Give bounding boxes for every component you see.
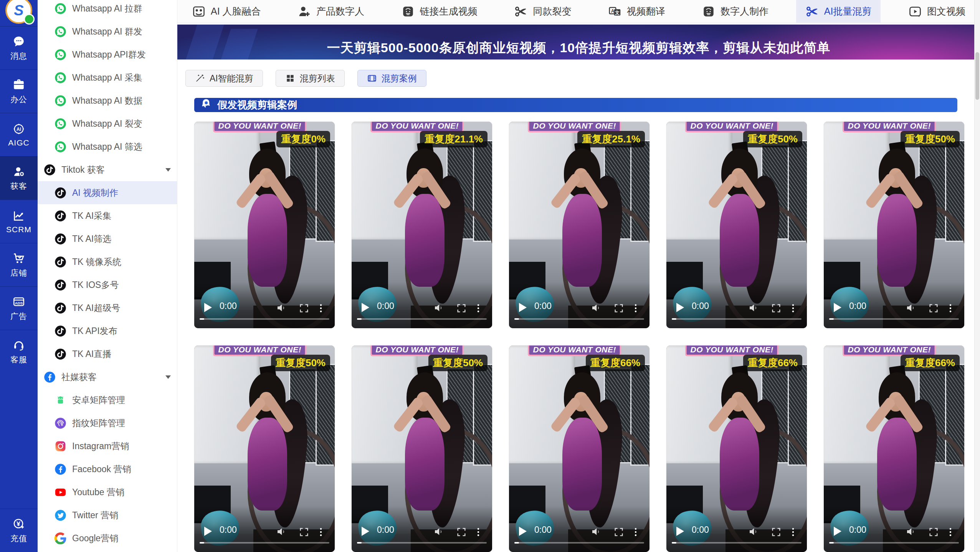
volume-icon[interactable] xyxy=(748,526,759,537)
sidebar-item-tk-ai-collect[interactable]: TK AI采集 xyxy=(38,204,177,227)
more-options-icon[interactable] xyxy=(473,527,484,537)
more-options-icon[interactable] xyxy=(788,527,798,537)
fullscreen-icon[interactable] xyxy=(299,527,309,537)
sidebar-item-ai-video-production[interactable]: AI 视频制作 xyxy=(38,181,177,204)
fullscreen-icon[interactable] xyxy=(456,527,467,537)
video-card[interactable]: DO YOU WANT ONE! 重复度66% 0:00 xyxy=(666,345,807,552)
play-button-icon[interactable] xyxy=(204,527,212,536)
tab-same-style-fission[interactable]: 同款裂变 xyxy=(505,0,580,23)
mix-cut-list-button[interactable]: 混剪列表 xyxy=(276,70,345,87)
sidebar-item-whatsapp-ai-bulk-send[interactable]: Whatsapp AI 群发 xyxy=(38,20,177,43)
volume-icon[interactable] xyxy=(433,302,445,314)
ai-smart-mix-cut-button[interactable]: AI智能混剪 xyxy=(185,70,263,87)
video-card[interactable]: DO YOU WANT ONE! 重复度50% 0:00 xyxy=(666,122,807,328)
sidebar-item-twitter-marketing[interactable]: Twitter 营销 xyxy=(38,504,177,527)
tab-link-to-video[interactable]: 链接生成视频 xyxy=(392,0,487,23)
app-logo[interactable]: S xyxy=(0,0,38,26)
rail-item-aigc[interactable]: AI AIGC xyxy=(0,113,38,156)
rail-item-service[interactable]: 客服 xyxy=(0,330,38,373)
play-button-icon[interactable] xyxy=(362,527,369,536)
progress-bar[interactable] xyxy=(200,542,329,544)
progress-bar[interactable] xyxy=(357,542,487,544)
video-card[interactable]: DO YOU WANT ONE! 重复度66% 0:00 xyxy=(509,345,649,552)
volume-icon[interactable] xyxy=(748,302,759,314)
fullscreen-icon[interactable] xyxy=(928,303,939,314)
video-card[interactable]: DO YOU WANT ONE! 重复度50% 0:00 xyxy=(824,122,964,328)
play-button-icon[interactable] xyxy=(519,303,527,312)
play-button-icon[interactable] xyxy=(676,527,684,536)
progress-bar[interactable] xyxy=(829,318,959,320)
volume-icon[interactable] xyxy=(905,302,917,314)
more-options-icon[interactable] xyxy=(788,303,798,314)
play-button-icon[interactable] xyxy=(204,303,212,312)
fullscreen-icon[interactable] xyxy=(771,527,782,537)
sidebar-item-youtube-marketing[interactable]: Youtube 营销 xyxy=(38,481,177,504)
sidebar-item-tk-ai-filter[interactable]: TK AI筛选 xyxy=(38,227,177,250)
volume-icon[interactable] xyxy=(590,526,602,537)
volume-icon[interactable] xyxy=(276,302,287,314)
sidebar-item-tk-mirror-system[interactable]: TK 镜像系统 xyxy=(38,250,177,273)
sidebar-item-fingerprint-matrix[interactable]: 指纹矩阵管理 xyxy=(38,412,177,435)
tab-digital-human-making[interactable]: 数字人制作 xyxy=(692,0,778,23)
play-button-icon[interactable] xyxy=(834,303,841,312)
sidebar-item-tk-ios-multi-account[interactable]: TK IOS多号 xyxy=(38,273,177,296)
play-button-icon[interactable] xyxy=(676,303,684,312)
scrollbar-thumb[interactable] xyxy=(975,52,979,100)
progress-bar[interactable] xyxy=(829,542,959,544)
progress-bar[interactable] xyxy=(672,542,802,544)
progress-bar[interactable] xyxy=(514,318,644,320)
rail-item-scrm[interactable]: SCRM xyxy=(0,200,38,243)
rail-item-messages[interactable]: 消息 xyxy=(0,26,38,69)
video-card[interactable]: DO YOU WANT ONE! 重复度50% 0:00 xyxy=(194,345,335,552)
rail-item-shop[interactable]: 店铺 xyxy=(0,243,38,286)
sidebar-item-tk-api-publish[interactable]: TK API发布 xyxy=(38,319,177,342)
more-options-icon[interactable] xyxy=(945,527,956,537)
play-button-icon[interactable] xyxy=(519,527,527,536)
tab-ai-batch-mix-cut[interactable]: AI批量混剪 xyxy=(796,0,881,23)
rail-item-ads[interactable]: ADS 广告 xyxy=(0,286,38,330)
fullscreen-icon[interactable] xyxy=(299,303,309,314)
video-card[interactable]: DO YOU WANT ONE! 重复度66% 0:00 xyxy=(824,345,964,552)
sidebar-item-whatsapp-ai-filter[interactable]: Whatsapp AI 筛选 xyxy=(38,135,177,158)
more-options-icon[interactable] xyxy=(316,303,326,314)
sidebar-item-whatsapp-api-bulk-send[interactable]: Whatsapp API群发 xyxy=(38,43,177,66)
tab-face-fusion[interactable]: AI 人脸融合 xyxy=(183,0,270,23)
more-options-icon[interactable] xyxy=(630,303,641,314)
sidebar-item-social-media-acquisition[interactable]: 社媒获客 xyxy=(38,365,177,388)
page-scrollbar[interactable] xyxy=(974,0,980,552)
sidebar-item-google-marketing[interactable]: Google营销 xyxy=(38,527,177,550)
fullscreen-icon[interactable] xyxy=(771,303,782,314)
sidebar-item-tiktok-acquisition[interactable]: Tiktok 获客 xyxy=(38,158,177,181)
more-options-icon[interactable] xyxy=(473,303,484,314)
sidebar-item-instagram-marketing[interactable]: Instagram营销 xyxy=(38,435,177,458)
more-options-icon[interactable] xyxy=(316,527,326,537)
sidebar-item-whatsapp-ai-group-invite[interactable]: Whatsapp AI 拉群 xyxy=(38,0,177,20)
mix-cut-cases-button[interactable]: 混剪案例 xyxy=(357,70,426,87)
sidebar-item-whatsapp-ai-data[interactable]: Whatsapp AI 数据 xyxy=(38,89,177,112)
volume-icon[interactable] xyxy=(590,302,602,314)
sidebar-item-tk-ai-live[interactable]: TK AI直播 xyxy=(38,342,177,365)
tab-product-digital-human[interactable]: 产品数字人 xyxy=(288,0,373,23)
video-card[interactable]: DO YOU WANT ONE! 重复度21.1% 0:00 xyxy=(352,122,492,328)
video-card[interactable]: DO YOU WANT ONE! 重复度50% 0:00 xyxy=(352,345,492,552)
rail-item-recharge[interactable]: 充值 xyxy=(0,509,38,552)
tab-video-translate[interactable]: A文 视频翻译 xyxy=(599,0,674,23)
video-card[interactable]: DO YOU WANT ONE! 重复度0% 0:00 xyxy=(194,122,335,328)
rail-item-office[interactable]: 办公 xyxy=(0,69,38,113)
volume-icon[interactable] xyxy=(276,526,287,537)
progress-bar[interactable] xyxy=(672,318,802,320)
sidebar-item-whatsapp-ai-collect[interactable]: Whatsapp AI 采集 xyxy=(38,66,177,89)
sidebar-item-whatsapp-ai-fission[interactable]: Whatsapp AI 裂变 xyxy=(38,112,177,135)
tab-image-text-video[interactable]: 图文视频 xyxy=(899,0,975,23)
volume-icon[interactable] xyxy=(905,526,917,537)
fullscreen-icon[interactable] xyxy=(456,303,467,314)
volume-icon[interactable] xyxy=(433,526,445,537)
progress-bar[interactable] xyxy=(357,318,487,320)
sidebar-item-android-matrix[interactable]: 安卓矩阵管理 xyxy=(38,388,177,412)
progress-bar[interactable] xyxy=(514,542,644,544)
sidebar-item-facebook-marketing[interactable]: Facebook 营销 xyxy=(38,458,177,481)
more-options-icon[interactable] xyxy=(945,303,956,314)
play-button-icon[interactable] xyxy=(362,303,369,312)
sidebar-item-tk-ai-super-account[interactable]: TK AI超级号 xyxy=(38,296,177,319)
more-options-icon[interactable] xyxy=(630,527,641,537)
